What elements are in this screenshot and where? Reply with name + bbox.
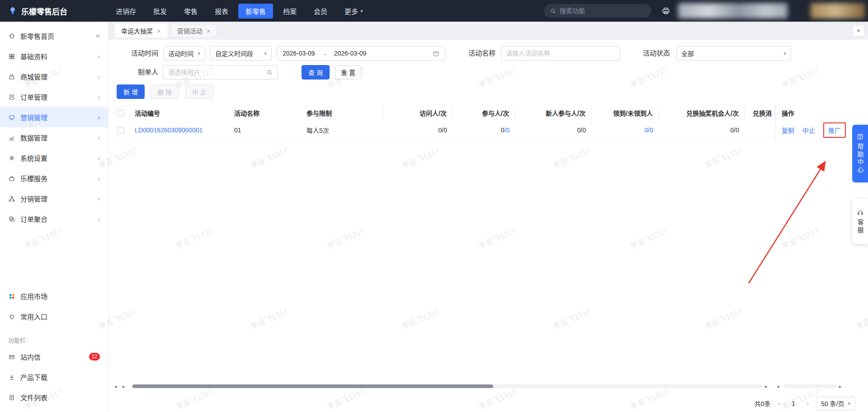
topbar-search[interactable] xyxy=(544,4,651,18)
chevron-down-icon: ▾ xyxy=(857,28,860,34)
add-button[interactable]: 新 增 xyxy=(117,84,145,99)
promote-link[interactable]: 推广 xyxy=(828,127,841,134)
chevron-down-icon: ▾ xyxy=(844,401,850,407)
row-name-cell: 01 xyxy=(234,121,307,140)
sidebar-item-distribution[interactable]: 分销管理 › xyxy=(0,188,108,209)
tabstrip-collapse-button[interactable]: ▾ xyxy=(853,25,864,37)
nav-item-members[interactable]: 会员 xyxy=(307,4,335,19)
status-select[interactable]: 全部▾ xyxy=(676,46,791,61)
time-range-select[interactable]: 自定义时间段▾ xyxy=(210,46,272,61)
row-participants-cell: 0/0 xyxy=(453,121,515,140)
current-page[interactable]: 1 xyxy=(788,400,799,407)
scroll-left-icon[interactable]: ◂ xyxy=(114,383,117,389)
row-exchange-cell: 0/0 xyxy=(659,121,745,140)
user-avatar-redacted[interactable] xyxy=(811,3,865,19)
time-type-select[interactable]: 活动时间▾ xyxy=(163,46,205,61)
abort-link[interactable]: 中止 xyxy=(802,126,815,135)
reset-button[interactable]: 重 置 xyxy=(335,65,361,80)
delete-button[interactable]: 删 除 xyxy=(151,84,179,99)
gear-icon xyxy=(8,154,15,162)
row-exchange-consume-cell xyxy=(745,121,775,140)
customer-service-button[interactable]: 客服 xyxy=(852,199,868,244)
sidebar-item-settings[interactable]: 系统设置 › xyxy=(0,148,108,168)
date-end-value[interactable]: 2026-03-09 xyxy=(334,50,367,57)
scroll-right-icon[interactable]: ▸ xyxy=(839,383,842,389)
participants-link[interactable]: /0 xyxy=(504,126,509,134)
sidebar-item-basic-data[interactable]: 基础资料 › xyxy=(0,46,108,66)
page-size-select[interactable]: 50 条/页 ▾ xyxy=(816,397,855,410)
global-search-input[interactable] xyxy=(560,7,646,14)
sidebar-item-inbox[interactable]: 站内信 12 xyxy=(0,346,108,367)
received-link[interactable]: 0/0 xyxy=(645,126,653,134)
close-icon[interactable]: × xyxy=(157,28,161,34)
filter-name-label: 活动名称 xyxy=(466,46,495,61)
sidebar-item-app-market[interactable]: 应用市场 xyxy=(0,286,108,306)
chevron-right-icon: › xyxy=(98,52,100,60)
sidebar-item-data[interactable]: 数据管理 › xyxy=(0,127,108,148)
user-info-redacted[interactable] xyxy=(678,3,788,19)
briefcase-icon xyxy=(8,175,15,182)
abort-button[interactable]: 中 止 xyxy=(185,84,213,99)
query-button[interactable]: 查 询 xyxy=(302,65,330,80)
activity-code-link[interactable]: LD00016260309000001 xyxy=(135,126,203,134)
creator-input[interactable] xyxy=(168,69,266,76)
arrow-right-icon: → xyxy=(321,50,328,57)
col-header-received: 领到/未领到人 xyxy=(591,105,659,121)
col-header-participants: 参与人/次 xyxy=(453,105,515,121)
activity-name-input[interactable] xyxy=(501,46,620,61)
scrollbar-thumb[interactable] xyxy=(132,384,493,388)
scrollbar-track-fixed[interactable] xyxy=(784,384,836,388)
filter-creator-label: 制单人 xyxy=(127,65,158,80)
collapse-sidebar-icon[interactable]: « xyxy=(96,32,100,40)
main-area: 幸运大抽奖 × 营销活动 × ▾ 活动时间 活动时间▾ 自定义时间段▾ 2026… xyxy=(108,22,868,412)
sidebar-item-product-download[interactable]: 产品下载 xyxy=(0,367,108,387)
nav-item-archives[interactable]: 档案 xyxy=(276,4,304,19)
creator-select-input[interactable] xyxy=(163,65,278,80)
sidebar-item-marketing[interactable]: 营销管理 › xyxy=(0,107,108,127)
nav-item-more[interactable]: 更多▾ xyxy=(337,4,370,19)
nav-item-wholesale[interactable]: 批发 xyxy=(146,4,174,19)
nav-item-inventory[interactable]: 进销存 xyxy=(108,4,143,19)
printer-icon[interactable] xyxy=(661,6,671,16)
annotation-highlight-box: 推广 xyxy=(823,122,846,138)
filter-time-label: 活动时间 xyxy=(127,46,158,61)
tabstrip: 幸运大抽奖 × 营销活动 × ▾ xyxy=(108,22,868,40)
copy-link[interactable]: 复制 xyxy=(782,126,794,135)
sidebar-item-favorites[interactable]: 常用入口 xyxy=(0,306,108,327)
sidebar-item-lemon-service[interactable]: 乐檬服务 › xyxy=(0,168,108,188)
sidebar-item-orders[interactable]: 订单管理 › xyxy=(0,87,108,107)
nav-item-retail[interactable]: 零售 xyxy=(177,4,205,19)
chevron-right-icon: › xyxy=(98,215,100,223)
chevron-down-icon: ▾ xyxy=(780,51,786,56)
scroll-right-icon[interactable]: ▸ xyxy=(123,383,125,389)
headset-icon xyxy=(857,209,864,216)
sidebar-item-file-list[interactable]: 文件列表 xyxy=(0,387,108,407)
help-center-button[interactable]: 帮助中心 xyxy=(852,125,868,183)
select-all-checkbox[interactable] xyxy=(118,110,124,117)
content-panel: 活动时间 活动时间▾ 自定义时间段▾ 2026-03-09 → 2026-03-… xyxy=(108,40,868,412)
row-new-participants-cell: 0/0 xyxy=(515,121,591,140)
date-range-picker[interactable]: 2026-03-09 → 2026-03-09 xyxy=(277,46,445,61)
scrollbar-track[interactable] xyxy=(131,384,762,388)
prev-page-icon[interactable]: ‹ xyxy=(778,399,780,407)
row-ops-cell: 复制 中止 推广 xyxy=(775,121,852,140)
row-checkbox[interactable] xyxy=(118,127,124,134)
scroll-left-icon[interactable]: ◂ xyxy=(777,383,779,389)
horizontal-scrollbar: ◂ ▸ ▸ ◂ ▸ xyxy=(108,383,868,389)
data-chart-icon xyxy=(8,134,15,141)
next-page-icon[interactable]: › xyxy=(807,399,809,407)
sidebar-item-home[interactable]: 新零售首页 « xyxy=(0,25,108,46)
tab-marketing-activity[interactable]: 营销活动 × xyxy=(171,24,217,37)
logo-icon xyxy=(8,6,17,15)
sidebar-item-order-merge[interactable]: 订单聚合 › xyxy=(0,209,108,229)
date-start-value[interactable]: 2026-03-09 xyxy=(283,50,315,57)
chevron-right-icon: › xyxy=(98,154,100,162)
nav-item-reports[interactable]: 报表 xyxy=(208,4,236,19)
scroll-right-icon[interactable]: ▸ xyxy=(765,383,768,389)
sidebar-item-mall[interactable]: 商城管理 › xyxy=(0,66,108,87)
nav-item-new-retail[interactable]: 新零售 xyxy=(238,4,273,19)
close-icon[interactable]: × xyxy=(207,28,211,34)
tab-lucky-draw[interactable]: 幸运大抽奖 × xyxy=(115,24,167,37)
col-header-new-participants: 新人参与人/次 xyxy=(515,105,591,121)
chevron-down-icon: ▾ xyxy=(260,51,267,56)
